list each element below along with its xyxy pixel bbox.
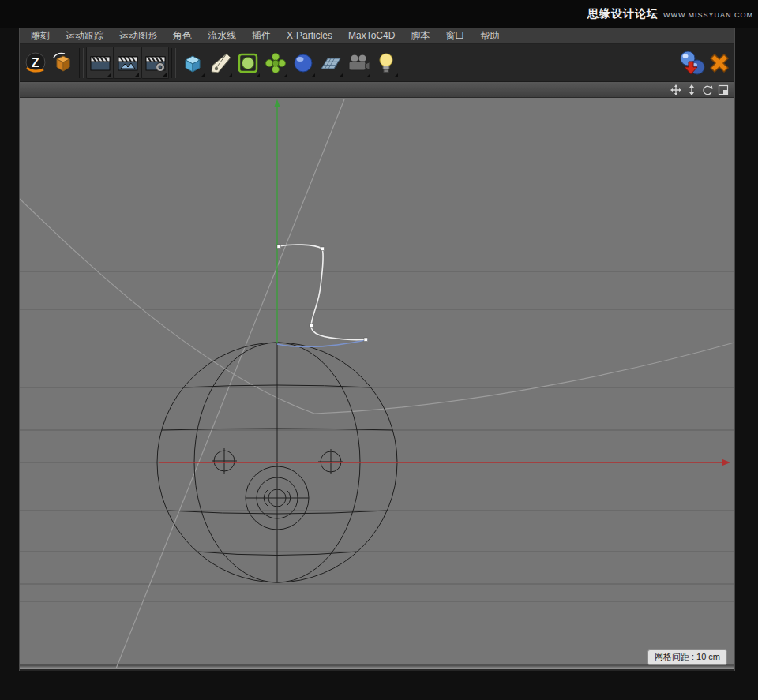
primitive-cube-icon: [181, 51, 205, 75]
main-toolbar: Z: [20, 44, 734, 81]
menu-bar: 雕刻 运动跟踪 运动图形 角色 流水线 插件 X-Particles MaxTo…: [20, 28, 734, 44]
toggle-view-icon: [718, 84, 729, 95]
deformer-button[interactable]: [289, 47, 317, 79]
svg-text:Z: Z: [32, 56, 39, 69]
menu-help[interactable]: 帮助: [472, 28, 507, 43]
background-spline: [20, 99, 734, 668]
goz-button[interactable]: Z: [21, 47, 49, 79]
subdivision-surface-button[interactable]: [234, 47, 261, 79]
rotate-icon: [702, 84, 713, 95]
menu-character[interactable]: 角色: [165, 28, 200, 43]
menu-script[interactable]: 脚本: [403, 28, 437, 43]
titlebar: 思缘设计论坛WWW.MISSYUAN.COM: [0, 0, 758, 28]
app-window: 雕刻 运动跟踪 运动图形 角色 流水线 插件 X-Particles MaxTo…: [19, 28, 735, 671]
menu-maxtoc4d[interactable]: MaxToC4D: [340, 28, 403, 43]
material-spheres-icon: [678, 50, 705, 77]
menu-mograph[interactable]: 运动图形: [111, 28, 165, 43]
floor-icon: [319, 51, 343, 75]
deformer-sphere-icon: [291, 51, 315, 75]
pan-icon: [670, 84, 681, 95]
spline-pen-button[interactable]: [206, 47, 234, 79]
spline-pen-icon: [208, 51, 232, 75]
spline-object[interactable]: [277, 245, 368, 347]
toolbar-separator: [79, 48, 84, 78]
dolly-icon: [686, 84, 697, 95]
viewport-pan-button[interactable]: [670, 84, 682, 96]
viewport-toggle-button[interactable]: [717, 84, 730, 96]
watermark-site-url: WWW.MISSYUAN.COM: [663, 11, 753, 19]
menu-pipeline[interactable]: 流水线: [200, 28, 244, 43]
render-picture-viewer-icon: [116, 51, 140, 75]
array-icon: [264, 51, 287, 75]
camera-button[interactable]: [344, 47, 372, 79]
add-primitive-button[interactable]: [178, 47, 206, 79]
toolbar-separator: [171, 48, 176, 78]
close-layout-button[interactable]: [705, 47, 733, 79]
render-view-icon: [88, 51, 112, 75]
axes: [159, 99, 730, 466]
viewport-canvas[interactable]: [20, 98, 734, 668]
exchange-cube-button[interactable]: [49, 47, 77, 79]
subdivision-surface-icon: [236, 51, 260, 75]
menu-plugins[interactable]: 插件: [244, 28, 279, 43]
watermark: 思缘设计论坛WWW.MISSYUAN.COM: [587, 6, 753, 21]
grid-spacing-label: 网格间距 : 10 cm: [647, 649, 727, 665]
exchange-cube-icon: [51, 51, 75, 75]
camera-icon: [347, 51, 370, 75]
menu-x-particles[interactable]: X-Particles: [279, 28, 340, 43]
floor-button[interactable]: [317, 47, 344, 79]
spline-points[interactable]: [277, 245, 368, 342]
render-settings-icon: [144, 51, 167, 75]
render-settings-button[interactable]: [141, 47, 169, 79]
close-x-icon: [706, 50, 733, 77]
menu-motion-tracker[interactable]: 运动跟踪: [58, 28, 111, 43]
light-icon: [374, 51, 398, 75]
goz-icon: Z: [24, 51, 47, 75]
render-view-button[interactable]: [86, 47, 114, 79]
viewport-rotate-button[interactable]: [701, 84, 714, 96]
viewport-dolly-button[interactable]: [685, 84, 698, 96]
watermark-site-name: 思缘设计论坛: [587, 7, 659, 20]
viewport[interactable]: 网格间距 : 10 cm: [20, 98, 734, 669]
viewport-header: [20, 81, 734, 98]
light-button[interactable]: [372, 47, 400, 79]
menu-window[interactable]: 窗口: [437, 28, 472, 43]
array-button[interactable]: [261, 47, 289, 79]
material-manager-button[interactable]: [677, 47, 705, 79]
menu-sculpt[interactable]: 雕刻: [23, 28, 58, 43]
grid-lines: [20, 271, 734, 665]
render-picture-viewer-button[interactable]: [114, 47, 141, 79]
